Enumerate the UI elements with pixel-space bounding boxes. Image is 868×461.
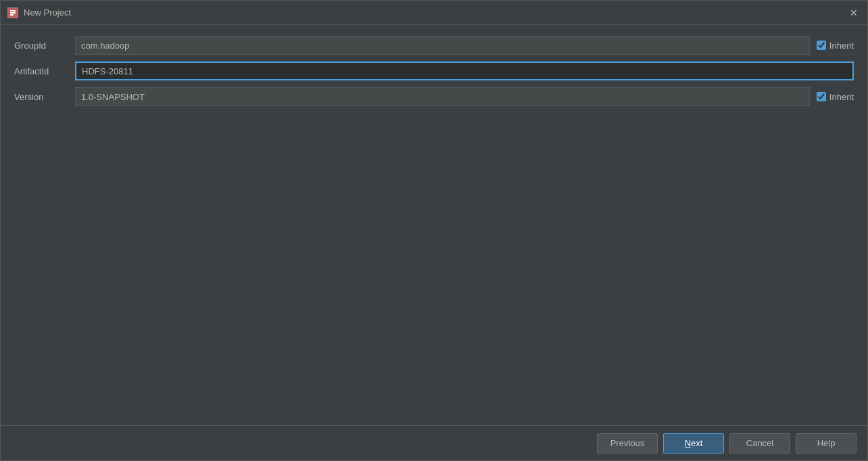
title-bar-left: New Project (7, 7, 71, 18)
version-label: Version (14, 92, 68, 102)
svg-rect-2 (10, 10, 16, 11)
content-area: GroupId Inherit ArtifactId Version Inher… (1, 25, 867, 425)
version-inherit-checkbox[interactable] (817, 92, 826, 101)
close-button[interactable]: ✕ (847, 6, 861, 20)
help-button[interactable]: Help (796, 433, 857, 454)
title-bar: New Project ✕ (1, 1, 867, 25)
groupid-row: GroupId Inherit (14, 36, 854, 55)
version-inherit: Inherit (817, 92, 854, 102)
next-button[interactable]: Next (663, 433, 724, 454)
version-row: Version Inherit (14, 87, 854, 106)
version-input[interactable] (75, 87, 810, 106)
groupid-inherit: Inherit (817, 41, 854, 51)
next-label: Next (685, 438, 703, 448)
content-spacer (14, 113, 854, 414)
groupid-inherit-label: Inherit (829, 41, 854, 51)
dialog-title: New Project (24, 7, 71, 18)
groupid-label: GroupId (14, 41, 68, 51)
version-inherit-label: Inherit (829, 92, 854, 102)
dialog-icon (7, 7, 18, 18)
groupid-input[interactable] (75, 36, 810, 55)
cancel-button[interactable]: Cancel (729, 433, 790, 454)
artifactid-input[interactable] (75, 62, 854, 80)
svg-rect-3 (10, 14, 14, 16)
groupid-inherit-checkbox[interactable] (817, 41, 826, 50)
svg-rect-1 (10, 12, 16, 14)
bottom-bar: Previous Next Cancel Help (1, 425, 867, 460)
new-project-dialog: New Project ✕ GroupId Inherit ArtifactId… (0, 0, 868, 461)
artifactid-row: ArtifactId (14, 62, 854, 80)
artifactid-label: ArtifactId (14, 66, 68, 76)
previous-button[interactable]: Previous (597, 433, 658, 454)
